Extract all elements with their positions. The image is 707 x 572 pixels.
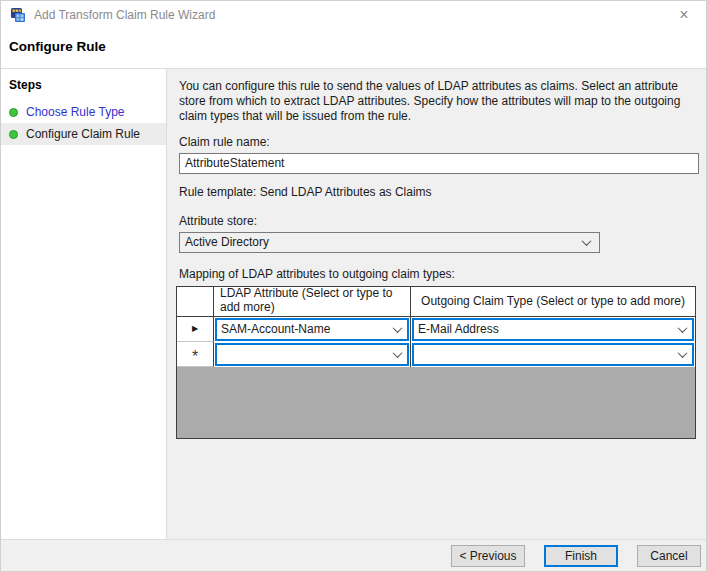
rule-template-text: Rule template: Send LDAP Attributes as C…: [179, 185, 699, 199]
sidebar-item-choose-rule-type[interactable]: Choose Rule Type: [1, 101, 166, 123]
ldap-attribute-value: SAM-Account-Name: [221, 322, 330, 336]
wizard-dialog: Add Transform Claim Rule Wizard × Config…: [0, 0, 707, 572]
chevron-down-icon: [582, 236, 592, 246]
dialog-body: Steps Choose Rule Type Configure Claim R…: [1, 68, 706, 539]
rule-description: You can configure this rule to send the …: [179, 79, 699, 124]
button-bar: < Previous Finish Cancel: [1, 539, 706, 571]
column-header-outgoing-claim-type[interactable]: Outgoing Claim Type (Select or type to a…: [411, 287, 695, 316]
step-complete-dot-icon: [9, 108, 18, 117]
ldap-attribute-cell: SAM-Account-Name: [214, 317, 411, 342]
grid-corner-cell: [177, 287, 214, 316]
chevron-down-icon: [393, 323, 403, 333]
current-row-arrow-icon: ▶: [192, 324, 198, 333]
outgoing-claim-type-cell: [411, 342, 695, 367]
table-row: ▶ SAM-Account-Name E-Mail Address: [177, 317, 695, 342]
sidebar-item-configure-claim-rule[interactable]: Configure Claim Rule: [1, 123, 166, 145]
ldap-attribute-select[interactable]: SAM-Account-Name: [215, 318, 409, 341]
previous-button[interactable]: < Previous: [451, 545, 525, 567]
adfs-wizard-icon: [10, 7, 26, 23]
outgoing-claim-type-value: E-Mail Address: [418, 322, 499, 336]
chevron-down-icon: [678, 323, 688, 333]
grid-header-row: LDAP Attribute (Select or type to add mo…: [177, 287, 695, 317]
row-selector-cell[interactable]: *: [177, 342, 214, 367]
table-row-new: *: [177, 342, 695, 367]
attribute-store-label: Attribute store:: [179, 214, 699, 228]
column-header-ldap-attribute[interactable]: LDAP Attribute (Select or type to add mo…: [214, 287, 411, 316]
title-bar: Add Transform Claim Rule Wizard ×: [1, 1, 706, 28]
ldap-attribute-cell: [214, 342, 411, 367]
content-panel: You can configure this rule to send the …: [167, 69, 706, 539]
outgoing-claim-type-select[interactable]: E-Mail Address: [412, 318, 694, 341]
window-title: Add Transform Claim Rule Wizard: [34, 8, 671, 22]
step-complete-dot-icon: [9, 130, 18, 139]
finish-button[interactable]: Finish: [544, 545, 618, 567]
chevron-down-icon: [678, 348, 688, 358]
close-button[interactable]: ×: [671, 4, 697, 26]
grid-empty-area: [177, 367, 695, 438]
attribute-store-value: Active Directory: [185, 235, 269, 249]
mapping-grid: LDAP Attribute (Select or type to add mo…: [176, 286, 696, 439]
cancel-button[interactable]: Cancel: [637, 545, 701, 567]
mapping-label: Mapping of LDAP attributes to outgoing c…: [179, 267, 699, 281]
attribute-store-select[interactable]: Active Directory: [179, 232, 600, 253]
outgoing-claim-type-select[interactable]: [412, 343, 694, 366]
row-selector-cell[interactable]: ▶: [177, 317, 214, 342]
steps-sidebar: Steps Choose Rule Type Configure Claim R…: [1, 69, 167, 539]
chevron-down-icon: [393, 348, 403, 358]
step-label: Configure Claim Rule: [26, 127, 140, 141]
claim-rule-name-input[interactable]: [179, 153, 699, 174]
step-label: Choose Rule Type: [26, 105, 125, 119]
ldap-attribute-select[interactable]: [215, 343, 409, 366]
heading-row: Configure Rule: [1, 28, 706, 68]
claim-rule-name-label: Claim rule name:: [179, 135, 699, 149]
outgoing-claim-type-cell: E-Mail Address: [411, 317, 695, 342]
steps-heading: Steps: [1, 76, 166, 101]
page-title: Configure Rule: [9, 39, 698, 54]
